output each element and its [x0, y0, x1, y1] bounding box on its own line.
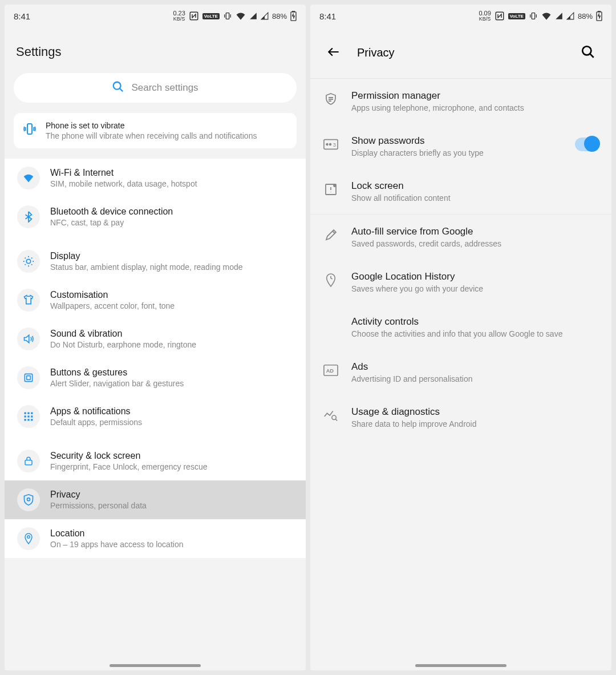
search-bar[interactable]: Search settings: [14, 73, 297, 103]
privacy-activity-controls[interactable]: Activity controls Choose the activities …: [310, 305, 611, 350]
privacy-show-passwords[interactable]: 3 Show passwords Display characters brie…: [310, 124, 611, 169]
svg-rect-17: [31, 419, 33, 421]
page-title: Settings: [5, 27, 306, 73]
setting-privacy[interactable]: Privacy Permissions, personal data: [5, 480, 306, 519]
privacy-title: Activity controls: [351, 316, 599, 328]
settings-group: Wi-Fi & Internet SIM, mobile network, da…: [5, 159, 306, 236]
back-button[interactable]: [322, 40, 346, 66]
privacy-list: Permission manager Apps using telephone,…: [310, 79, 611, 440]
svg-point-4: [114, 82, 121, 89]
setting-title: Display: [50, 251, 293, 261]
signal-2-icon: [261, 12, 269, 20]
setting-title: Privacy: [50, 490, 293, 500]
app-bar: Privacy: [310, 27, 611, 79]
settings-group: Security & lock screen Fingerprint, Face…: [5, 442, 306, 558]
svg-rect-8: [27, 376, 31, 380]
setting-subtitle: Alert Slider, navigation bar & gestures: [50, 379, 293, 388]
setting-buttons[interactable]: Buttons & gestures Alert Slider, navigat…: [5, 358, 306, 397]
battery-percent: 88%: [272, 12, 287, 21]
privacy-location-history[interactable]: Google Location History Saves where you …: [310, 260, 611, 305]
privacy-subtitle: Share data to help improve Android: [351, 419, 599, 429]
svg-rect-7: [25, 374, 32, 381]
svg-rect-10: [27, 413, 29, 414]
svg-point-27: [326, 144, 328, 145]
status-time: 8:41: [14, 11, 30, 21]
brightness-icon: [17, 250, 40, 273]
privacy-lock-screen[interactable]: Lock screen Show all notification conten…: [310, 169, 611, 214]
wifi-icon: [541, 12, 552, 20]
data-speed: 0.09 KB/S: [479, 10, 491, 22]
vibrate-icon: [23, 122, 37, 138]
status-bar: 8:41 0.23 KB/S VoLTE 88%: [5, 5, 306, 27]
setting-bluetooth[interactable]: Bluetooth & device connection NFC, cast,…: [5, 197, 306, 236]
bluetooth-icon: [17, 205, 40, 228]
svg-rect-5: [27, 124, 32, 134]
wifi-icon: [17, 167, 40, 189]
svg-rect-18: [25, 460, 32, 465]
privacy-autofill[interactable]: Auto-fill service from Google Saved pass…: [310, 215, 611, 260]
show-passwords-toggle[interactable]: [575, 138, 599, 151]
privacy-ads[interactable]: AD Ads Advertising ID and personalisatio…: [310, 350, 611, 395]
nav-handle[interactable]: [415, 664, 506, 667]
privacy-title: Auto-fill service from Google: [351, 226, 599, 237]
privacy-subtitle: Choose the activities and info that you …: [351, 329, 599, 338]
setting-wifi[interactable]: Wi-Fi & Internet SIM, mobile network, da…: [5, 159, 306, 197]
privacy-permission-manager[interactable]: Permission manager Apps using telephone,…: [310, 79, 611, 124]
setting-apps[interactable]: Apps & notifications Default apps, permi…: [5, 397, 306, 436]
privacy-subtitle: Saves where you go with your device: [351, 284, 599, 293]
setting-security[interactable]: Security & lock screen Fingerprint, Face…: [5, 442, 306, 480]
setting-display[interactable]: Display Status bar, ambient display, nig…: [5, 242, 306, 281]
setting-location[interactable]: Location On – 19 apps have access to loc…: [5, 519, 306, 558]
setting-customisation[interactable]: Customisation Wallpapers, accent color, …: [5, 281, 306, 320]
svg-text:3: 3: [333, 142, 336, 148]
privacy-subtitle: Display characters briefly as you type: [351, 148, 562, 157]
wifi-icon: [236, 12, 246, 20]
svg-rect-1: [226, 13, 229, 19]
volte-badge: VoLTE: [508, 13, 525, 19]
speaker-icon: [17, 328, 40, 350]
vibrate-notice-card[interactable]: Phone is set to vibrate The phone will v…: [14, 113, 297, 148]
privacy-title: Permission manager: [351, 90, 599, 102]
svg-point-28: [330, 144, 331, 145]
svg-rect-13: [27, 415, 29, 417]
battery-charging-icon: [596, 11, 602, 21]
signal-1-icon: [555, 12, 563, 20]
privacy-subtitle: Show all notification content: [351, 193, 599, 203]
privacy-title: Lock screen: [351, 180, 599, 192]
history-pin-icon: [323, 272, 339, 288]
lock-icon: [17, 450, 40, 472]
settings-screen: 8:41 0.23 KB/S VoLTE 88% Settings Search…: [5, 5, 306, 670]
setting-title: Wi-Fi & Internet: [50, 168, 293, 178]
privacy-shield-icon: [17, 488, 40, 511]
svg-point-19: [27, 498, 30, 501]
location-pin-icon: [17, 527, 40, 550]
settings-group: Display Status bar, ambient display, nig…: [5, 242, 306, 436]
signal-2-icon: [566, 12, 574, 20]
data-speed: 0.23 KB/S: [173, 10, 185, 22]
search-button[interactable]: [576, 40, 600, 66]
vibrate-icon: [223, 11, 232, 21]
notice-subtitle: The phone will vibrate when receiving ca…: [46, 131, 257, 140]
setting-title: Security & lock screen: [50, 451, 293, 461]
notice-text: Phone is set to vibrate The phone will v…: [46, 121, 257, 140]
status-bar: 8:41 0.09 KB/S VoLTE 88%: [310, 5, 611, 27]
setting-title: Apps & notifications: [50, 406, 293, 417]
setting-subtitle: NFC, cast, tap & pay: [50, 218, 293, 227]
setting-title: Sound & vibration: [50, 329, 293, 339]
privacy-subtitle: Saved passwords, credit cards, addresses: [351, 239, 599, 248]
setting-subtitle: Do Not Disturb, earphone mode, ringtone: [50, 340, 293, 349]
privacy-title: Show passwords: [351, 135, 562, 147]
setting-subtitle: Permissions, personal data: [50, 501, 293, 510]
svg-point-31: [334, 184, 336, 187]
privacy-usage-diagnostics[interactable]: Usage & diagnostics Share data to help i…: [310, 395, 611, 440]
nav-handle[interactable]: [110, 664, 201, 667]
privacy-group: Auto-fill service from Google Saved pass…: [310, 215, 611, 440]
setting-title: Bluetooth & device connection: [50, 207, 293, 217]
svg-text:AD: AD: [326, 368, 334, 374]
setting-subtitle: Status bar, ambient display, night mode,…: [50, 262, 293, 272]
battery-charging-icon: [290, 11, 297, 21]
svg-point-34: [332, 415, 336, 419]
privacy-subtitle: Apps using telephone, microphone, and co…: [351, 103, 599, 112]
nfc-icon: [189, 11, 199, 21]
setting-sound[interactable]: Sound & vibration Do Not Disturb, earpho…: [5, 320, 306, 358]
